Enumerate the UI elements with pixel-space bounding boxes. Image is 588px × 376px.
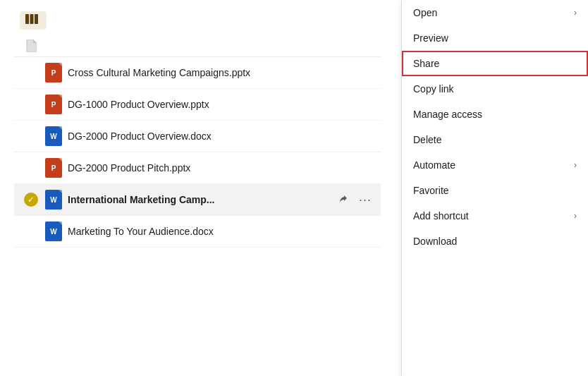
menu-item-favorite[interactable]: Favorite: [402, 178, 588, 203]
file-row[interactable]: PCross Cultural Marketing Campaigns.pptx: [14, 57, 381, 89]
submenu-chevron-icon: ›: [574, 8, 577, 18]
menu-label-download: Download: [413, 236, 457, 247]
menu-label-manage-access: Manage access: [413, 109, 482, 120]
svg-rect-2: [35, 14, 38, 24]
file-type-icon: W: [42, 190, 65, 210]
more-options-button[interactable]: ···: [355, 190, 375, 210]
menu-item-share[interactable]: Share: [402, 51, 588, 76]
file-row-check: ✓: [20, 193, 42, 207]
file-row[interactable]: ✓WInternational Marketing Camp...···: [14, 184, 381, 216]
file-name: International Marketing Camp...: [68, 194, 333, 205]
file-type-icon: W: [42, 126, 65, 146]
menu-label-automate: Automate: [413, 159, 455, 171]
menu-items: Open›PreviewShareCopy linkManage accessD…: [402, 0, 588, 254]
menu-item-open[interactable]: Open›: [402, 0, 588, 25]
docx-icon: W: [45, 190, 62, 210]
list-header: [14, 35, 381, 57]
share-button[interactable]: [333, 190, 353, 210]
menu-item-copy-link[interactable]: Copy link: [402, 76, 588, 102]
menu-item-delete[interactable]: Delete: [402, 127, 588, 152]
menu-label-delete: Delete: [413, 134, 441, 145]
menu-label-open: Open: [413, 7, 437, 18]
svg-rect-0: [25, 14, 29, 24]
menu-label-favorite: Favorite: [413, 185, 449, 196]
file-row[interactable]: WDG-2000 Product Overview.docx: [14, 121, 381, 152]
menu-label-share: Share: [413, 58, 439, 69]
pptx-icon: P: [45, 63, 62, 83]
file-row[interactable]: PDG-2000 Product Pitch.pptx: [14, 152, 381, 184]
submenu-chevron-icon: ›: [574, 160, 577, 170]
view-toggle-icon: [25, 14, 38, 27]
file-row[interactable]: PDG-1000 Product Overview.pptx: [14, 89, 381, 121]
file-type-icon: P: [42, 63, 65, 83]
file-list: PCross Cultural Marketing Campaigns.pptx…: [0, 35, 395, 248]
list-header-file-icon: [20, 40, 42, 52]
menu-item-download[interactable]: Download: [402, 229, 588, 254]
menu-item-add-shortcut[interactable]: Add shortcut›: [402, 203, 588, 229]
file-name: DG-2000 Product Pitch.pptx: [68, 162, 375, 174]
submenu-chevron-icon: ›: [574, 211, 577, 221]
file-name: DG-2000 Product Overview.docx: [68, 131, 375, 142]
file-type-icon: P: [42, 158, 65, 178]
file-action-buttons: ···: [333, 190, 375, 210]
file-name: DG-1000 Product Overview.pptx: [68, 99, 375, 110]
file-row[interactable]: WMarketing To Your Audience.docx: [14, 216, 381, 248]
file-type-icon: W: [42, 222, 65, 241]
svg-rect-1: [30, 14, 34, 24]
menu-label-copy-link: Copy link: [413, 83, 454, 95]
menu-label-preview: Preview: [413, 32, 448, 44]
selected-check: ✓: [24, 193, 38, 207]
file-name: Marketing To Your Audience.docx: [68, 226, 375, 237]
pptx-icon: P: [45, 158, 62, 178]
context-menu: Open›PreviewShareCopy linkManage accessD…: [402, 0, 588, 376]
pptx-icon: P: [45, 95, 62, 114]
view-toggle-button[interactable]: [20, 11, 47, 30]
docx-icon: W: [45, 222, 62, 241]
menu-label-add-shortcut: Add shortcut: [413, 210, 469, 222]
menu-item-preview[interactable]: Preview: [402, 25, 588, 51]
docx-icon: W: [45, 126, 62, 146]
file-type-icon: P: [42, 95, 65, 114]
file-name: Cross Cultural Marketing Campaigns.pptx: [68, 67, 375, 78]
menu-item-manage-access[interactable]: Manage access: [402, 102, 588, 127]
file-rows: PCross Cultural Marketing Campaigns.pptx…: [14, 57, 381, 248]
menu-item-automate[interactable]: Automate›: [402, 152, 588, 178]
